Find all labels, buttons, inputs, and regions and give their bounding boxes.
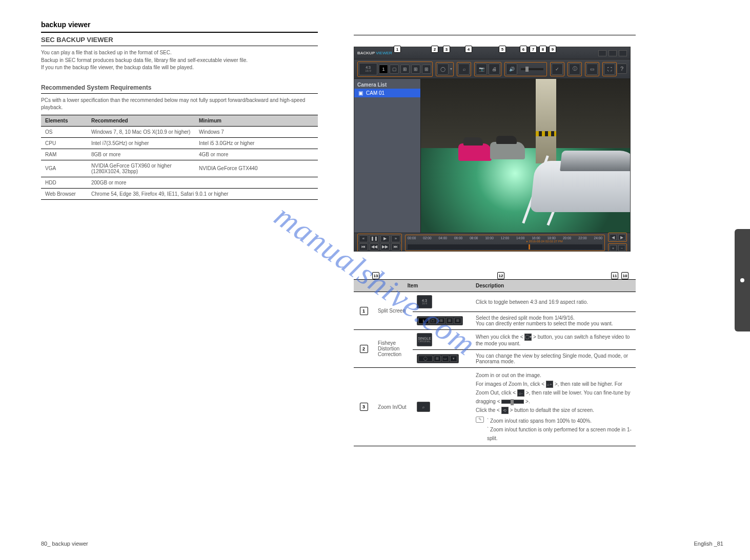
- fullscreen-icon[interactable]: ⛶: [604, 64, 615, 75]
- split-16-icon[interactable]: ⊞: [422, 65, 431, 74]
- aspect-ratio-icon: 4:3 16:9: [417, 295, 432, 308]
- app-title-word2: VIEWER: [376, 51, 392, 55]
- divider: [41, 93, 318, 94]
- function-table: Item Description 1 Split Screen 4:3 16:9…: [354, 279, 636, 446]
- func-desc: When you click the < ◯▾ > button, you ca…: [472, 330, 636, 350]
- right-column: 1 2 3 4 5 6 7 8 9 BACKUPVIEWER: [354, 20, 636, 446]
- func-row: 2 Fisheye Distortion Correction SINGLE O…: [354, 330, 636, 350]
- spec-row: Web Browser Chrome 54, Edge 38, Firefox …: [41, 188, 318, 199]
- spec-cell: Web Browser: [41, 188, 87, 199]
- fisheye-mode-bar-icon: ◯⊞▭▾: [417, 354, 459, 363]
- split-1-icon[interactable]: ▢: [390, 65, 399, 74]
- sidebar-camera-item[interactable]: ▣ CAM 01: [354, 89, 420, 97]
- timeline-prev-icon[interactable]: ◀: [610, 234, 617, 240]
- spec-header-row: Elements Recommended Minimum: [41, 115, 318, 126]
- func-num-3: 3: [360, 403, 368, 411]
- print-icon[interactable]: 🖨: [489, 64, 500, 75]
- divider: [41, 32, 318, 33]
- func-th-item: Item: [354, 280, 472, 292]
- minimize-button[interactable]: [598, 50, 606, 56]
- tb-group-split: 4:3 16:9 1 ▢ ⊞ ⊞ ⊞: [357, 61, 433, 77]
- maximize-button[interactable]: [609, 50, 617, 56]
- spec-cell: RAM: [41, 149, 87, 160]
- func-desc: You can change the view by selecting Sin…: [472, 350, 636, 368]
- speaker-icon[interactable]: 🔊: [506, 64, 517, 75]
- func-icon-cell: 1 ▢⊞⊞⊞: [413, 312, 472, 330]
- func-item-name: Fisheye Distortion Correction: [374, 330, 413, 368]
- rewind-icon[interactable]: ◀◀: [370, 243, 379, 251]
- close-button[interactable]: [619, 50, 627, 56]
- rec-sys-heading: Recommended System Requirements: [41, 84, 318, 91]
- spec-row: CPU Intel i7(3.5GHz) or higher Intel i5 …: [41, 137, 318, 149]
- func-item-name: Split Screen: [374, 292, 413, 330]
- video-area[interactable]: [421, 79, 630, 233]
- skip-first-icon[interactable]: ⏮: [359, 243, 368, 251]
- ratio-label-bot: 16:9: [365, 69, 371, 72]
- ceiling-shape: [421, 79, 630, 148]
- footer-left: 80_ backup viewer: [41, 541, 88, 547]
- timeline-tick: 24:00: [594, 236, 602, 240]
- split-9-icon[interactable]: ⊞: [411, 65, 420, 74]
- timeline-tick: 06:00: [454, 236, 462, 240]
- timeline-zoomout-icon[interactable]: －: [618, 245, 625, 251]
- spec-cell: Chrome 54, Edge 38, Firefox 49, IE11, Sa…: [87, 188, 318, 199]
- timeline-next-icon[interactable]: ▶: [618, 234, 625, 240]
- zoom-reset-icon: ⟲: [501, 407, 509, 414]
- timeline[interactable]: 00:00 02:00 04:00 06:00 08:00 10:00 12:0…: [405, 235, 605, 251]
- func-icon-cell: 4:3 16:9: [413, 292, 472, 312]
- spec-row: RAM 8GB or more 4GB or more: [41, 149, 318, 160]
- window-buttons: [598, 50, 627, 56]
- side-tab: BACKUP VIEWER: [735, 229, 750, 331]
- split-current-number[interactable]: 1: [379, 65, 388, 74]
- step-fwd-icon[interactable]: »: [391, 235, 400, 242]
- func-num-2: 2: [360, 345, 368, 353]
- zoom-icon: ⌕: [417, 402, 430, 412]
- ffwd-icon[interactable]: ▶▶: [380, 243, 390, 251]
- keep-ratio-icon[interactable]: ▭: [586, 64, 598, 75]
- timeline-zoomin-icon[interactable]: ＋: [610, 245, 617, 251]
- play-icon[interactable]: ▶: [380, 235, 390, 242]
- volume-slider[interactable]: [521, 68, 543, 70]
- zoom-out-icon: ⌕-: [517, 389, 524, 397]
- func-num-cell: 2: [354, 330, 374, 368]
- spec-cell: NVIDIA GeForce GTX440: [195, 160, 318, 177]
- func-icon-cell: ◯⊞▭▾: [413, 350, 472, 368]
- spec-table: Elements Recommended Minimum OS Windows …: [41, 115, 318, 200]
- timeline-zoom-group: ＋ －: [608, 243, 627, 252]
- split-4-icon[interactable]: ⊞: [400, 65, 410, 74]
- app-title-word1: BACKUP: [357, 51, 375, 55]
- timeline-cursor-label: ▸ 2016-08-24 02:02:27 PM: [526, 239, 563, 243]
- callout-6: 6: [520, 46, 527, 53]
- car-shape: [458, 143, 492, 161]
- skip-last-icon[interactable]: ⏭: [391, 243, 400, 251]
- watermark-check-icon[interactable]: ✓: [552, 64, 563, 75]
- help-button[interactable]: ?: [617, 64, 627, 74]
- fisheye-inline-icon: ◯▾: [524, 334, 532, 341]
- timeline-tick: 04:00: [439, 236, 447, 240]
- car-shape: [490, 142, 525, 159]
- tb-group-playback: « ❚❚ ▶ » ⏮ ◀◀ ▶▶ ⏭: [357, 234, 402, 252]
- func-num-1: 1: [360, 307, 368, 315]
- timeline-tick: 10:00: [485, 236, 493, 240]
- osd-icon[interactable]: ⓘ: [569, 64, 580, 75]
- spec-cell: 4GB or more: [195, 149, 318, 160]
- timeline-tick: 02:00: [423, 236, 431, 240]
- side-tab-dot: [740, 278, 744, 282]
- aspect-ratio-button[interactable]: 4:3 16:9: [359, 63, 377, 75]
- zoom-icon[interactable]: ⌕: [458, 64, 470, 75]
- timeline-side-controls: ◀ ▶ ＋ －: [608, 233, 627, 252]
- spec-cell: Windows 7, 8, 10 Mac OS X(10.9 or higher…: [87, 126, 195, 137]
- spec-cell: 200GB or more: [87, 177, 318, 188]
- fisheye-button-icon[interactable]: ◯: [437, 64, 449, 75]
- pause-icon[interactable]: ❚❚: [370, 235, 379, 242]
- camera-list-sidebar: Camera List ▣ CAM 01: [354, 79, 421, 233]
- tb-group-zoom: ⌕: [457, 62, 471, 76]
- spec-row: OS Windows 7, 8, 10 Mac OS X(10.9 or hig…: [41, 126, 318, 137]
- spec-cell: 8GB or more: [87, 149, 195, 160]
- func-icon-cell: SINGLE ORIGINAL: [413, 330, 472, 350]
- step-back-icon[interactable]: «: [359, 235, 368, 242]
- callout-8: 8: [539, 46, 546, 53]
- capture-icon[interactable]: 📷: [476, 64, 487, 75]
- tb-group-wm: ✓: [550, 62, 564, 76]
- timeline-bar[interactable]: ▸ 2016-08-24 02:02:27 PM: [408, 244, 602, 250]
